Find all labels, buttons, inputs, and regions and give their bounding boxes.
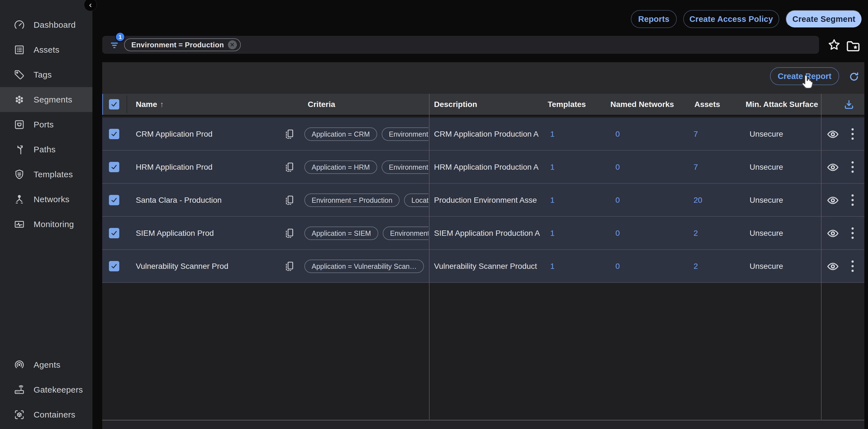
row-menu-dots-icon[interactable] xyxy=(847,259,858,274)
segment-name: CRM Application Prod xyxy=(136,118,276,151)
table-body: CRM Application Prod Application = CRM E… xyxy=(102,118,864,283)
assets-count-link[interactable]: 2 xyxy=(693,217,698,250)
min-attack-surface-value: Unsecure xyxy=(750,250,783,283)
criteria-cell: Application = HRM Environment = xyxy=(304,151,428,184)
sidebar-item-label: Dashboard xyxy=(34,20,75,30)
sidebar-item-label: Templates xyxy=(34,170,73,179)
sidebar-item-icon xyxy=(13,409,25,421)
view-eye-icon[interactable] xyxy=(826,194,839,207)
templates-count-link[interactable]: 1 xyxy=(550,184,555,217)
column-header-min-attack-surface[interactable]: Min. Attack Surface xyxy=(746,94,818,115)
segment-description: CRM Application Production A xyxy=(434,118,544,151)
templates-count-link[interactable]: 1 xyxy=(550,217,555,250)
criteria-cell: Environment = Production Locatio xyxy=(304,184,428,217)
select-all-checkbox[interactable] xyxy=(109,99,119,110)
copy-icon[interactable] xyxy=(284,261,296,272)
criteria-chip: Environment = xyxy=(383,226,428,240)
filter-chip-label: Environment = Production xyxy=(131,40,224,49)
filter-count-badge: 1 xyxy=(115,32,125,42)
sidebar-item-icon xyxy=(13,119,25,130)
named-networks-count-link[interactable]: 0 xyxy=(615,217,620,250)
filter-chip-close-icon[interactable]: ✕ xyxy=(228,40,237,49)
sidebar-item[interactable]: Paths xyxy=(0,137,92,162)
named-networks-count-link[interactable]: 0 xyxy=(615,118,620,151)
view-eye-icon[interactable] xyxy=(826,260,839,273)
sort-arrow-icon: ↑ xyxy=(160,100,164,109)
view-eye-icon[interactable] xyxy=(826,161,839,174)
row-checkbox[interactable] xyxy=(109,129,119,139)
table-row[interactable]: Vulnerability Scanner Prod Application =… xyxy=(102,250,864,283)
sidebar-item[interactable]: Gatekeepers xyxy=(0,377,92,402)
favorite-star-icon[interactable] xyxy=(827,37,842,53)
column-header-templates[interactable]: Templates xyxy=(548,94,586,115)
reports-button[interactable]: Reports xyxy=(631,10,677,28)
table-row[interactable]: SIEM Application Prod Application = SIEM… xyxy=(102,217,864,250)
segment-name: Santa Clara - Production xyxy=(136,184,276,217)
sidebar-item-icon xyxy=(13,144,25,155)
column-header-name[interactable]: Name↑ xyxy=(136,94,164,115)
row-menu-dots-icon[interactable] xyxy=(847,226,858,241)
segment-name: SIEM Application Prod xyxy=(136,217,276,250)
column-header-description[interactable]: Description xyxy=(434,94,477,115)
segment-description: Production Environment Asse xyxy=(434,184,544,217)
sidebar-item[interactable]: Monitoring xyxy=(0,212,92,237)
named-networks-count-link[interactable]: 0 xyxy=(615,151,620,184)
sidebar-item[interactable]: Segments xyxy=(0,87,92,112)
column-header-assets[interactable]: Assets xyxy=(694,94,720,115)
copy-icon[interactable] xyxy=(284,227,296,239)
sidebar-item[interactable]: Ports xyxy=(0,112,92,137)
assets-count-link[interactable]: 20 xyxy=(693,184,702,217)
view-eye-icon[interactable] xyxy=(826,227,839,240)
download-icon[interactable] xyxy=(843,98,855,111)
view-eye-icon[interactable] xyxy=(826,128,839,141)
column-header-criteria[interactable]: Criteria xyxy=(308,94,335,115)
copy-icon[interactable] xyxy=(284,128,296,140)
copy-icon[interactable] xyxy=(284,194,296,206)
row-checkbox[interactable] xyxy=(109,228,119,238)
sidebar-item[interactable]: Containers xyxy=(0,402,92,427)
table-row[interactable]: Santa Clara - Production Environment = P… xyxy=(102,184,864,217)
criteria-chip: Application = CRM xyxy=(304,127,377,141)
sidebar-item[interactable]: Templates xyxy=(0,162,92,187)
criteria-cell: Application = Vulnerability Scan… xyxy=(304,250,428,283)
assets-count-link[interactable]: 2 xyxy=(693,250,698,283)
refresh-icon[interactable] xyxy=(848,70,860,83)
segment-description: Vulnerability Scanner Product xyxy=(434,250,544,283)
sidebar-item[interactable]: Agents xyxy=(0,352,92,377)
sidebar-item[interactable]: Dashboard xyxy=(0,12,92,37)
table-row[interactable]: HRM Application Prod Application = HRM E… xyxy=(102,151,864,184)
assets-count-link[interactable]: 7 xyxy=(693,118,698,151)
sidebar-item[interactable]: Assets xyxy=(0,37,92,62)
row-checkbox[interactable] xyxy=(109,162,119,172)
copy-icon[interactable] xyxy=(284,161,296,173)
filter-chip[interactable]: Environment = Production ✕ xyxy=(124,38,241,51)
row-checkbox[interactable] xyxy=(109,261,119,271)
criteria-chip: Environment = xyxy=(382,160,428,174)
sidebar-nav-list: Dashboard Assets Tags Segments Ports xyxy=(0,12,92,237)
sidebar-collapse-button[interactable]: ‹ xyxy=(84,0,97,11)
criteria-cell: Application = SIEM Environment = xyxy=(304,217,428,250)
table-row[interactable]: CRM Application Prod Application = CRM E… xyxy=(102,118,864,151)
sidebar-item-label: Networks xyxy=(34,195,69,204)
saved-filters-folder-icon[interactable] xyxy=(845,38,861,54)
row-menu-dots-icon[interactable] xyxy=(847,193,858,208)
create-report-button[interactable]: Create Report xyxy=(770,67,839,85)
assets-count-link[interactable]: 7 xyxy=(693,151,698,184)
criteria-chip: Environment = xyxy=(382,127,428,141)
create-access-policy-button[interactable]: Create Access Policy xyxy=(683,10,779,28)
sidebar-item[interactable]: Networks xyxy=(0,187,92,212)
create-segment-button[interactable]: Create Segment xyxy=(786,10,862,28)
sidebar-item-label: Gatekeepers xyxy=(34,385,83,395)
templates-count-link[interactable]: 1 xyxy=(550,250,555,283)
templates-count-link[interactable]: 1 xyxy=(550,151,555,184)
sidebar-item[interactable]: Tags xyxy=(0,62,92,87)
row-menu-dots-icon[interactable] xyxy=(847,127,858,142)
row-checkbox[interactable] xyxy=(109,195,119,205)
named-networks-count-link[interactable]: 0 xyxy=(615,250,620,283)
column-header-named-networks[interactable]: Named Networks xyxy=(611,94,674,115)
named-networks-count-link[interactable]: 0 xyxy=(615,184,620,217)
criteria-chip: Environment = Production xyxy=(304,193,400,207)
templates-count-link[interactable]: 1 xyxy=(550,118,555,151)
row-menu-dots-icon[interactable] xyxy=(847,160,858,175)
sidebar-item-label: Tags xyxy=(34,70,52,80)
